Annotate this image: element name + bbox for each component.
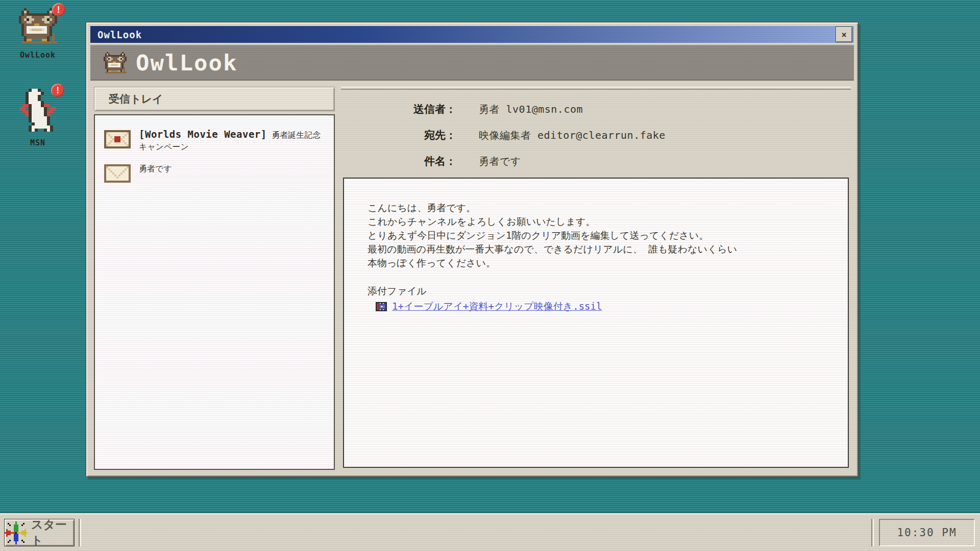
taskbar-separator xyxy=(871,519,874,546)
attachments-label: 添付ファイル xyxy=(368,284,824,298)
clock-text: 10:30 PM xyxy=(897,527,957,539)
desktop: ! OwlLook ! MSN OwlLook × OwlLook 受信トレイ xyxy=(0,0,980,551)
alert-badge-icon: ! xyxy=(51,84,64,97)
mail-header-row-from: 送信者： 勇者 lv01@msn.com xyxy=(341,102,851,116)
taskbar-separator xyxy=(79,519,81,546)
start-star-icon xyxy=(5,521,28,544)
list-item-read-mail[interactable]: 勇者です xyxy=(100,158,329,188)
mail-headers: 送信者： 勇者 lv01@msn.com 宛先： 映像編集者 editor@cl… xyxy=(341,102,851,180)
from-label: 送信者： xyxy=(341,102,456,116)
taskbar: スタート 10:30 PM xyxy=(0,514,980,551)
desktop-icon-msn[interactable]: ! MSN xyxy=(8,89,67,147)
body-line: とりあえず今日中にダンジョン1階のクリア動画を編集して送ってください。 xyxy=(368,229,824,242)
inbox-header: 受信トレイ xyxy=(94,87,335,111)
mail-subject-bold: [Worlds Movie Weaver] xyxy=(139,129,267,140)
start-button-label: スタート xyxy=(31,517,74,548)
film-clip-icon xyxy=(376,302,387,311)
desktop-icon-label: MSN xyxy=(8,138,67,147)
inbox-header-label: 受信トレイ xyxy=(109,92,163,106)
mail-header-row-to: 宛先： 映像編集者 editor@clearrun.fake xyxy=(341,128,851,142)
to-label: 宛先： xyxy=(341,128,456,142)
body-line: 最初の動画の再生数が一番大事なので、できるだけリアルに、 誰も疑わないくらい xyxy=(368,242,824,256)
mail-subject: 勇者です xyxy=(139,163,172,174)
body-line: これからチャンネルをよろしくお願いいたします。 xyxy=(368,215,824,229)
owl-icon xyxy=(19,8,57,44)
mail-subject: [Worlds Movie Weaver] 勇者誕生記念キャンペーン xyxy=(139,129,325,153)
inbox-message-list: [Worlds Movie Weaver] 勇者誕生記念キャンペーン 勇者です xyxy=(94,114,335,470)
message-panel: 送信者： 勇者 lv01@msn.com 宛先： 映像編集者 editor@cl… xyxy=(341,87,851,470)
body-line: 本物っぽく作ってください。 xyxy=(368,256,824,270)
window-title: OwlLook xyxy=(97,29,142,40)
to-value: 映像編集者 editor@clearrun.fake xyxy=(479,129,666,142)
app-title: OwlLook xyxy=(136,51,237,75)
sealed-envelope-icon xyxy=(104,130,131,148)
app-header: OwlLook xyxy=(90,45,854,81)
scroll-icon xyxy=(19,89,56,132)
open-envelope-icon xyxy=(104,164,131,183)
from-value: 勇者 lv01@msn.com xyxy=(479,103,583,116)
alert-badge-icon: ! xyxy=(52,3,65,16)
owllook-window: OwlLook × OwlLook 受信トレイ [Worlds Movie We… xyxy=(86,22,859,477)
body-line: こんにちは、勇者です。 xyxy=(368,201,824,215)
mail-body: こんにちは、勇者です。 これからチャンネルをよろしくお願いいたします。 とりあえ… xyxy=(343,178,849,468)
desktop-icon-owllook[interactable]: ! OwlLook xyxy=(8,8,67,60)
system-tray-clock: 10:30 PM xyxy=(879,519,975,546)
panel-divider xyxy=(341,87,851,90)
subject-value: 勇者です xyxy=(479,155,521,168)
desktop-icon-label: OwlLook xyxy=(8,51,67,60)
inbox-panel: 受信トレイ [Worlds Movie Weaver] 勇者誕生記念キャンペーン… xyxy=(94,87,335,470)
mail-header-row-subject: 件名： 勇者です xyxy=(341,154,851,168)
window-titlebar[interactable]: OwlLook × xyxy=(90,26,854,43)
start-button[interactable]: スタート xyxy=(4,519,75,546)
close-button[interactable]: × xyxy=(836,27,852,42)
subject-label: 件名： xyxy=(341,154,456,168)
attachment-link[interactable]: 1+イーブルアイ+資料+クリップ映像付き.ssil xyxy=(392,299,602,313)
mail-subject-rest: 勇者です xyxy=(139,164,172,173)
owl-logo-icon xyxy=(104,52,127,73)
close-icon: × xyxy=(841,30,846,40)
attachment-row: 1+イーブルアイ+資料+クリップ映像付き.ssil xyxy=(376,299,824,313)
list-item-unread-mail[interactable]: [Worlds Movie Weaver] 勇者誕生記念キャンペーン xyxy=(100,123,329,158)
